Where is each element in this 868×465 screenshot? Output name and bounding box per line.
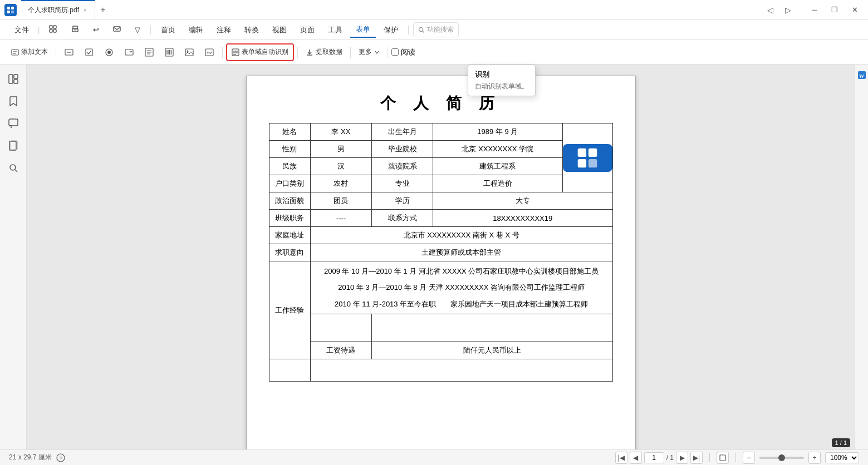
zoom-in-btn[interactable]: + (808, 452, 821, 464)
tab-resume-pdf[interactable]: 个人求职简历.pdf × (21, 0, 95, 19)
sidebar-icon-panels[interactable] (3, 69, 23, 89)
table-row: 班级职务 ---- 联系方式 18XXXXXXXXX19 (269, 210, 612, 227)
zoom-slider[interactable] (759, 457, 804, 459)
svg-rect-4 (50, 26, 52, 28)
menu-file[interactable]: 文件 (9, 23, 35, 37)
svg-rect-32 (185, 49, 193, 56)
main-content: 个 人 简 历 姓名 李 XX 出生年月 1989 年 9 月 (27, 65, 855, 449)
page-sep: / 1 (666, 454, 674, 462)
svg-rect-3 (11, 11, 14, 13)
right-icon-word[interactable]: W (856, 69, 868, 81)
status-bar: 21 x 29.7 厘米 ? |◀ ◀ / 1 ▶ ▶| − + 100% 75… (0, 449, 868, 465)
single-page-btn[interactable] (717, 452, 729, 464)
svg-rect-53 (578, 159, 586, 167)
table-cell-value (371, 314, 612, 342)
menu-cloud[interactable]: ▽ (129, 23, 146, 36)
tab-title: 个人求职简历.pdf (28, 6, 79, 15)
work-exp-line: 2009 年 10 月—2010 年 1 月 河北省 XXXXX 公司石家庄职教… (315, 265, 608, 278)
toolbar: 添加文本 (0, 40, 868, 65)
table-row (269, 359, 612, 382)
nav-forward-btn[interactable]: ▷ (780, 2, 796, 18)
svg-rect-57 (720, 455, 725, 461)
minimize-btn[interactable]: ─ (806, 1, 823, 19)
page-input[interactable] (644, 452, 664, 463)
table-cell-value: 汉 (310, 158, 371, 175)
form-tool-signature[interactable] (200, 43, 219, 61)
next-page-btn[interactable]: ▶ (676, 452, 688, 464)
menu-nav-protect[interactable]: 保护 (378, 23, 404, 37)
zoom-select[interactable]: 100% 75% 125% 150% (825, 452, 859, 463)
maximize-btn[interactable]: ❐ (826, 1, 844, 19)
form-tool-1[interactable] (60, 43, 79, 61)
menu-nav-page[interactable]: 页面 (295, 23, 320, 37)
extract-data-btn[interactable]: 提取数据 (301, 43, 347, 61)
table-cell-label: 毕业院校 (371, 141, 433, 158)
table-cell-label: 工资待遇 (310, 342, 371, 359)
help-btn[interactable]: ? (56, 453, 65, 462)
table-cell-label: 专业 (371, 175, 433, 192)
menu-nav-home[interactable]: 首页 (155, 23, 181, 37)
menu-nav-tools[interactable]: 工具 (322, 23, 348, 37)
pdf-page: 个 人 简 历 姓名 李 XX 出生年月 1989 年 9 月 (246, 76, 636, 449)
table-cell-label: 家庭地址 (269, 227, 310, 244)
prev-page-btn[interactable]: ◀ (630, 452, 642, 464)
sidebar-icon-pages[interactable] (3, 136, 23, 156)
table-row: 家庭地址 北京市 XXXXXXXXX 南街 X 巷 X 号 (269, 227, 612, 244)
table-row: 工资待遇 陆仟元人民币以上 (269, 342, 612, 359)
table-cell-label: 联系方式 (371, 210, 433, 227)
form-tool-dropdown[interactable] (120, 43, 139, 61)
menu-toolbar-icon1[interactable] (43, 22, 63, 37)
nav-back-btn[interactable]: ◁ (762, 2, 778, 18)
table-cell-label: 就读院系 (371, 158, 433, 175)
sidebar-icon-search[interactable] (3, 158, 23, 178)
table-row: 户口类别 农村 专业 工程造价 (269, 175, 612, 192)
auto-identify-btn[interactable]: 表单域自动识别 (226, 43, 294, 61)
table-cell-label: 户口类别 (269, 175, 310, 192)
form-tool-barcode[interactable] (160, 43, 179, 61)
menu-undo[interactable]: ↩ (87, 23, 105, 36)
svg-rect-2 (7, 11, 10, 13)
menu-nav-convert[interactable]: 转换 (239, 23, 264, 37)
svg-rect-11 (114, 27, 120, 31)
form-tool-radio[interactable] (100, 43, 119, 61)
status-right: |◀ ◀ / 1 ▶ ▶| − + 100% 75% 125% 150% (615, 452, 859, 464)
form-tool-list[interactable] (140, 43, 159, 61)
menu-nav-edit[interactable]: 编辑 (183, 23, 209, 37)
form-tool-image[interactable] (180, 43, 199, 61)
menu-nav-annotate[interactable]: 注释 (211, 23, 237, 37)
first-page-btn[interactable]: |◀ (615, 452, 627, 464)
add-text-btn[interactable]: 添加文本 (7, 43, 52, 61)
table-cell-label: 姓名 (269, 123, 310, 141)
menu-print[interactable] (65, 22, 85, 37)
table-cell-label: 求职意向 (269, 244, 310, 261)
table-cell-work-exp: 2009 年 10 月—2010 年 1 月 河北省 XXXXX 公司石家庄职教… (310, 261, 612, 314)
more-btn[interactable]: 更多 (354, 43, 384, 61)
last-page-btn[interactable]: ▶| (690, 452, 703, 464)
read-mode-checkbox[interactable] (391, 48, 399, 56)
func-search[interactable]: 功能搜索 (413, 22, 459, 37)
svg-rect-50 (573, 144, 601, 172)
close-btn[interactable]: ✕ (846, 1, 864, 19)
page-badge: 1 / 1 (832, 438, 850, 447)
table-cell-value: 北京 XXXXXXXX 学院 (433, 141, 562, 158)
menu-nav-view[interactable]: 视图 (267, 23, 292, 37)
menu-email[interactable] (107, 22, 127, 37)
svg-text:?: ? (60, 456, 62, 461)
table-cell-value: 团员 (310, 192, 371, 210)
zoom-out-btn[interactable]: − (743, 452, 755, 464)
table-cell-value: 1989 年 9 月 (433, 123, 562, 141)
new-tab-btn[interactable]: + (95, 2, 111, 18)
svg-point-21 (107, 51, 111, 54)
table-cell-value: 北京市 XXXXXXXXX 南街 X 巷 X 号 (310, 227, 612, 244)
form-tool-checkbox[interactable] (80, 43, 99, 61)
tab-close-btn[interactable]: × (82, 7, 88, 14)
menu-nav-table[interactable]: 表单 (350, 22, 376, 38)
tooltip-title: 识别 (475, 70, 528, 80)
sidebar-icon-bookmark[interactable] (3, 91, 23, 111)
table-cell-label: 民族 (269, 158, 310, 175)
table-cell-label (310, 314, 371, 342)
svg-rect-52 (589, 148, 597, 156)
sidebar-icon-comment[interactable] (3, 113, 23, 133)
svg-point-46 (10, 165, 16, 170)
svg-point-33 (187, 50, 189, 52)
